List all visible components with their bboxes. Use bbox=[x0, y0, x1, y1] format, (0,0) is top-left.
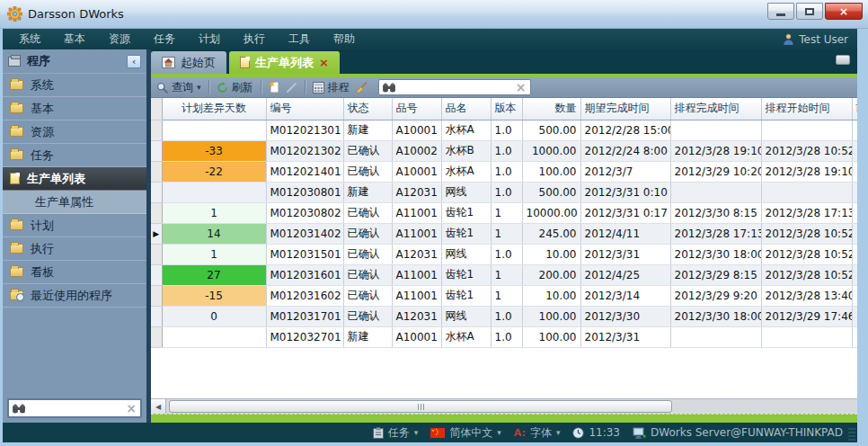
column-header[interactable] bbox=[151, 98, 162, 120]
sidebar-search-clear-icon[interactable]: × bbox=[126, 402, 137, 415]
table-row[interactable]: 1M012031501已确认A12031网线1.010.002012/3/312… bbox=[151, 244, 857, 264]
query-button[interactable]: 查询 ▾ bbox=[156, 80, 201, 95]
cell-qty: 100.00 bbox=[522, 161, 580, 182]
column-header[interactable]: 数量 bbox=[522, 98, 580, 120]
sidebar-item-board[interactable]: 看板 bbox=[3, 261, 146, 284]
cell-beg: 2012/3/28 10:52 bbox=[761, 244, 852, 264]
toolbar-search-input[interactable] bbox=[399, 81, 512, 94]
edit-button[interactable] bbox=[286, 82, 297, 94]
cell-status: 已确认 bbox=[343, 264, 392, 285]
sidebar-item-plan[interactable]: 计划 bbox=[3, 214, 146, 237]
query-label: 查询 bbox=[172, 80, 193, 95]
row-indicator: ▶ bbox=[151, 223, 162, 244]
clean-button[interactable] bbox=[355, 82, 368, 94]
table-row[interactable]: M012030801新建A12031网线1.0500.002012/3/31 0… bbox=[151, 182, 857, 202]
sidebar-item-label: 生产单属性 bbox=[35, 194, 93, 210]
menu-item[interactable]: 工具 bbox=[288, 31, 310, 47]
column-header[interactable]: 状态 bbox=[343, 98, 392, 120]
column-header[interactable]: 排程开始时间 bbox=[761, 98, 852, 120]
toolbar-search-clear-icon[interactable]: × bbox=[516, 81, 527, 94]
menu-item[interactable]: 帮助 bbox=[333, 31, 355, 47]
column-header[interactable]: 排程完成时间 bbox=[670, 98, 761, 120]
table-row[interactable]: -33M012021302已确认A10002水杯B1.01000.002012/… bbox=[151, 140, 857, 161]
tab-production-order-list[interactable]: 生产单列表 × bbox=[229, 51, 340, 74]
programs-icon bbox=[8, 57, 21, 67]
sidebar-item-production-order-props[interactable]: 生产单属性 bbox=[3, 191, 146, 214]
cell-fin bbox=[670, 182, 761, 202]
table-row[interactable]: 1M012030802已确认A11001齿轮1110000.002012/3/3… bbox=[151, 202, 857, 223]
cell-plan-diff-days: -15 bbox=[162, 285, 266, 306]
cell-pname: 网线 bbox=[441, 306, 491, 326]
table-row[interactable]: M012021301新建A10001水杯A1.0500.002012/2/28 … bbox=[151, 120, 857, 140]
sidebar-item-basic[interactable]: 基本 bbox=[3, 97, 146, 120]
menu-item[interactable]: 基本 bbox=[64, 31, 85, 47]
cell-status: 已确认 bbox=[343, 285, 392, 306]
cell-code: M012021401 bbox=[266, 161, 343, 182]
cell-overflow bbox=[852, 244, 857, 264]
cell-fin: 2012/3/29 9:20 bbox=[670, 285, 761, 306]
column-header[interactable]: 版本 bbox=[491, 98, 522, 120]
menu-item[interactable]: 任务 bbox=[154, 31, 175, 47]
table-row[interactable]: M012032701新建A10001水杯A1.0100.002012/3/31 bbox=[151, 326, 857, 347]
status-item-font[interactable]: A:字体▾ bbox=[514, 425, 561, 441]
cell-overflow bbox=[852, 326, 857, 347]
tab-close-icon[interactable]: × bbox=[319, 57, 329, 68]
column-header[interactable]: 期望完成时间 bbox=[580, 98, 670, 120]
maximize-button[interactable] bbox=[796, 3, 823, 20]
status-item-server[interactable]: DWorks Server@FUNWAY-THINKPAD bbox=[633, 426, 843, 439]
cell-pname: 齿轮1 bbox=[441, 285, 491, 306]
close-button[interactable]: × bbox=[825, 3, 863, 20]
resize-grip-icon[interactable] bbox=[848, 428, 855, 441]
new-button[interactable] bbox=[269, 81, 280, 94]
document-icon bbox=[240, 57, 250, 68]
chevron-down-icon: ▾ bbox=[497, 428, 501, 437]
schedule-button[interactable]: 排程 bbox=[313, 80, 350, 95]
horizontal-scrollbar[interactable]: ◀ bbox=[151, 398, 857, 414]
menu-item[interactable]: 资源 bbox=[109, 31, 130, 47]
scroll-left-button[interactable]: ◀ bbox=[151, 399, 166, 414]
sidebar-item-production-order-list[interactable]: 生产单列表 bbox=[3, 167, 146, 191]
status-item-language[interactable]: 简体中文▾ bbox=[430, 425, 501, 441]
minimize-button[interactable] bbox=[767, 3, 794, 20]
sidebar-item-task[interactable]: 任务 bbox=[3, 144, 146, 167]
bottom-accent-strip bbox=[151, 414, 857, 423]
column-header[interactable]: 编号 bbox=[266, 98, 343, 120]
sidebar-item-resource[interactable]: 资源 bbox=[3, 120, 146, 144]
pencil-icon bbox=[286, 82, 297, 94]
table-row[interactable]: 0M012031701已确认A12031网线1.0100.002012/3/30… bbox=[151, 306, 857, 326]
menu-item[interactable]: 系统 bbox=[19, 31, 40, 47]
cell-qty: 245.00 bbox=[522, 223, 580, 244]
row-indicator bbox=[151, 264, 162, 285]
refresh-button[interactable]: 刷新 bbox=[217, 80, 253, 95]
tab-home[interactable]: 起始页 bbox=[151, 51, 226, 74]
table-row[interactable]: 27M012031601已确认A11001齿轮11200.002012/4/25… bbox=[151, 264, 857, 285]
sidebar-collapse-button[interactable]: ‹ bbox=[127, 55, 141, 68]
cell-fin: 2012/3/30 8:15 bbox=[670, 202, 761, 223]
column-header[interactable]: 品名 bbox=[441, 98, 491, 120]
scrollbar-thumb[interactable] bbox=[169, 400, 672, 413]
cell-overflow bbox=[852, 264, 857, 285]
sidebar-item-system[interactable]: 系统 bbox=[3, 74, 146, 97]
sidebar-items: 系统基本资源任务生产单列表生产单属性计划执行看板最近使用的程序 bbox=[3, 74, 146, 308]
chevron-down-icon: ▾ bbox=[414, 428, 419, 437]
column-header[interactable]: 前 bbox=[852, 98, 857, 120]
table-row[interactable]: ▶14M012031402已确认A11001齿轮11245.002012/4/1… bbox=[151, 223, 857, 244]
row-indicator bbox=[151, 202, 162, 223]
tab-list-icon[interactable] bbox=[836, 55, 850, 65]
cell-qty: 500.00 bbox=[522, 120, 580, 140]
column-header[interactable]: 计划差异天数 bbox=[162, 98, 266, 120]
status-item-time[interactable]: 11:33 bbox=[572, 426, 620, 439]
cell-ver: 1.0 bbox=[491, 120, 522, 140]
menu-item[interactable]: 执行 bbox=[244, 31, 265, 47]
table-row[interactable]: -22M012021401已确认A10001水杯A1.0100.002012/3… bbox=[151, 161, 857, 182]
column-header[interactable]: 品号 bbox=[392, 98, 441, 120]
sidebar-item-recent-programs[interactable]: 最近使用的程序 bbox=[3, 284, 146, 308]
cell-pname: 网线 bbox=[441, 244, 491, 264]
user-indicator[interactable]: Test User bbox=[783, 33, 857, 46]
sidebar-search-input[interactable] bbox=[29, 402, 122, 415]
status-item-task-mode[interactable]: 任务▾ bbox=[373, 425, 419, 441]
cell-ver: 1 bbox=[491, 202, 522, 223]
sidebar-item-execute[interactable]: 执行 bbox=[3, 237, 146, 261]
menu-item[interactable]: 计划 bbox=[199, 31, 220, 47]
table-row[interactable]: -15M012031602已确认A11001齿轮1110.002012/3/14… bbox=[151, 285, 857, 306]
